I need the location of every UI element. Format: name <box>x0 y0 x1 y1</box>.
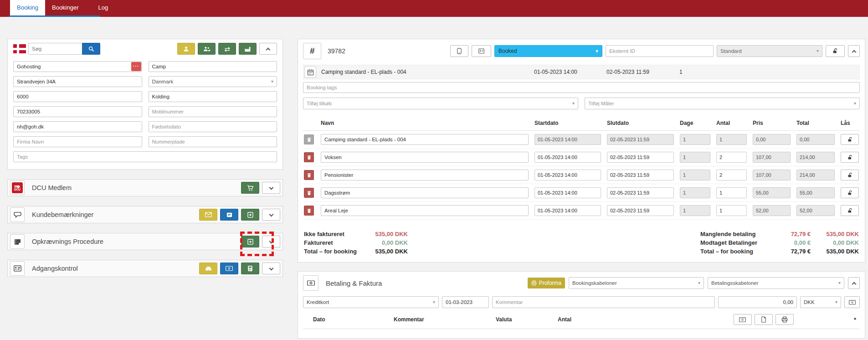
line-name-input[interactable] <box>321 205 529 216</box>
phone-field[interactable] <box>13 106 142 117</box>
booking-tags-input[interactable] <box>303 82 860 93</box>
booking-card: # 39782 Booked ▾ Standard ▾ <box>298 39 865 263</box>
procedure-expand-button[interactable] <box>262 236 280 247</box>
city-field[interactable] <box>149 91 277 102</box>
total-label: Total – for booking <box>304 247 367 256</box>
company-button[interactable] <box>239 43 257 55</box>
currency-select[interactable]: DKK ▾ <box>800 296 841 308</box>
contact-card-button[interactable] <box>472 45 491 57</box>
printer-icon <box>531 280 537 286</box>
add-procedure-button[interactable] <box>241 236 259 247</box>
section-title: Opkrævnings Procedure <box>32 238 103 245</box>
tab-booking[interactable]: Booking <box>10 0 45 15</box>
banknote-icon <box>849 300 856 305</box>
total-label: Modtaget Betalinger <box>700 238 773 247</box>
car-icon <box>205 266 212 271</box>
group-button[interactable] <box>198 43 216 55</box>
total-label: Ikke faktureret <box>304 230 367 238</box>
add-addon-select[interactable]: Tilføj tilkøb ▾ <box>303 98 578 109</box>
line-start-field[interactable]: 01-05-2023 14:00 <box>534 152 601 163</box>
customer-collapse-button[interactable] <box>259 43 277 55</box>
line-name-input[interactable] <box>321 152 529 163</box>
booking-lock-button[interactable] <box>826 45 845 57</box>
notes-expand-button[interactable] <box>262 209 280 221</box>
plate-field[interactable] <box>149 136 277 147</box>
line-name-input[interactable] <box>321 170 529 180</box>
country-select[interactable]: Danmark▾ <box>149 76 277 87</box>
email-field[interactable] <box>13 121 142 132</box>
company-name-field[interactable] <box>13 136 142 147</box>
access-expand-button[interactable] <box>262 263 280 274</box>
payment-method-select[interactable]: Kreditkort ▾ <box>303 296 439 308</box>
delete-row-button[interactable] <box>304 170 314 180</box>
customer-lookup-button[interactable]: ··· <box>131 62 141 71</box>
external-id-input[interactable] <box>606 45 714 57</box>
line-lock-button[interactable] <box>841 152 859 163</box>
line-name-input[interactable] <box>321 187 529 198</box>
booking-status-select[interactable]: Booked ▾ <box>494 45 602 57</box>
mobile-field[interactable] <box>149 106 277 117</box>
payment-date-input[interactable] <box>442 296 489 308</box>
proforma-button[interactable]: Proforma <box>528 278 565 288</box>
line-start-field[interactable]: 01-05-2023 14:00 <box>534 205 601 216</box>
line-end-field[interactable]: 02-05-2023 11:59 <box>607 187 674 198</box>
customer-person-button[interactable] <box>177 43 195 55</box>
payments-document-button[interactable] <box>755 314 773 325</box>
payment-collapse-button[interactable] <box>848 277 860 289</box>
payment-title: Betaling & Faktura <box>326 279 382 287</box>
delete-row-button[interactable] <box>304 134 314 144</box>
add-note-button[interactable] <box>241 209 259 221</box>
line-lock-button[interactable] <box>841 134 859 145</box>
line-start-field[interactable]: 01-05-2023 14:00 <box>534 170 601 180</box>
mobile-button[interactable] <box>450 45 468 57</box>
register-payment-button[interactable] <box>844 296 860 308</box>
search-input[interactable] <box>28 43 82 55</box>
calendar-icon[interactable] <box>304 66 316 78</box>
delete-row-button[interactable] <box>304 188 314 198</box>
notes-button[interactable] <box>220 209 238 221</box>
vehicle-access-button[interactable] <box>199 263 217 274</box>
tab-bookinger[interactable]: Bookinger <box>45 0 86 15</box>
line-lock-button[interactable] <box>841 205 859 216</box>
access-payment-button[interactable] <box>220 263 238 274</box>
payments-print-button[interactable] <box>776 314 794 325</box>
dcu-expand-button[interactable] <box>262 182 280 194</box>
tab-log[interactable]: Log <box>92 0 115 15</box>
trash-icon <box>307 208 312 213</box>
zip-field[interactable] <box>13 91 142 102</box>
customer-name-field[interactable] <box>13 61 142 72</box>
line-qty-field[interactable]: 2 <box>716 170 747 180</box>
payment-amount-input[interactable] <box>718 296 797 308</box>
line-end-field[interactable]: 02-05-2023 11:59 <box>607 205 674 216</box>
line-end-field[interactable]: 02-05-2023 11:59 <box>607 152 674 163</box>
line-qty-field[interactable]: 1 <box>716 205 747 216</box>
payment-comment-input[interactable] <box>492 296 715 308</box>
delete-row-button[interactable] <box>304 206 314 216</box>
payments-money-button[interactable] <box>734 314 752 325</box>
line-lock-button[interactable] <box>841 187 859 198</box>
line-start-field[interactable]: 01-05-2023 14:00 <box>534 187 601 198</box>
line-lock-button[interactable] <box>841 170 859 180</box>
payment-templates-value: Betalingsskabeloner <box>711 280 759 286</box>
payment-templates-select[interactable]: Betalingsskabeloner ▾ <box>708 277 844 289</box>
booking-collapse-button[interactable] <box>848 45 860 57</box>
send-mail-button[interactable] <box>199 209 217 221</box>
swap-button[interactable]: ⇄ <box>218 43 236 55</box>
booking-templates-select[interactable]: Bookingskabeloner ▾ <box>569 277 704 289</box>
factory-icon <box>244 46 251 52</box>
customer-type-field[interactable] <box>149 61 277 72</box>
line-qty-field[interactable]: 1 <box>716 187 747 198</box>
add-meter-select[interactable]: Tilføj Måler ▾ <box>585 98 860 109</box>
card-terminal-button[interactable] <box>241 263 259 274</box>
id-badge-icon <box>10 261 25 276</box>
line-qty-field[interactable]: 2 <box>716 152 747 163</box>
search-button[interactable] <box>82 43 100 55</box>
template-select[interactable]: Standard ▾ <box>717 45 822 57</box>
delete-row-button[interactable] <box>304 152 314 162</box>
line-name-input[interactable] <box>321 134 529 145</box>
line-end-field[interactable]: 02-05-2023 11:59 <box>607 170 674 180</box>
customer-tags-field[interactable] <box>13 151 277 162</box>
dcu-cart-button[interactable] <box>241 182 259 194</box>
birthdate-field[interactable] <box>149 121 277 132</box>
address-field[interactable] <box>13 76 142 87</box>
